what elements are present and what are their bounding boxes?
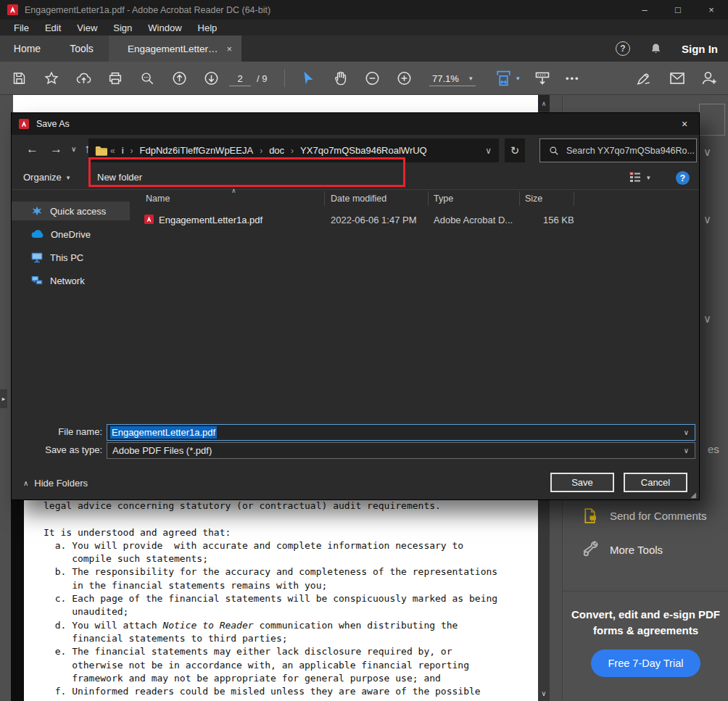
scroll-down-icon[interactable]: ∨ bbox=[538, 687, 550, 700]
panel-search-fragment bbox=[699, 104, 725, 136]
zoom-caret-icon: ▾ bbox=[469, 75, 473, 82]
organize-button[interactable]: Organize ▾ bbox=[23, 172, 70, 183]
maximize-button[interactable]: □ bbox=[661, 0, 695, 20]
document-line: b. The responsibility for the accuracy a… bbox=[44, 565, 538, 578]
document-line: otherwise not be in accordance with, an … bbox=[44, 659, 538, 672]
search-input[interactable] bbox=[566, 146, 696, 156]
dialog-help-icon[interactable]: ? bbox=[676, 171, 690, 185]
sidebar-item-this-pc[interactable]: This PC bbox=[12, 248, 130, 267]
dialog-footer: ∧ Hide Folders Save Cancel ◢ bbox=[12, 457, 699, 501]
view-options-button[interactable]: ▾ bbox=[629, 172, 650, 183]
tab-close-icon[interactable]: × bbox=[227, 43, 233, 54]
menu-window[interactable]: Window bbox=[140, 22, 189, 33]
send-for-comments-item[interactable]: Send for Comments bbox=[581, 507, 706, 525]
help-icon[interactable]: ? bbox=[616, 41, 630, 56]
fit-width-icon[interactable] bbox=[495, 69, 513, 87]
address-dropdown-icon[interactable]: ∨ bbox=[485, 146, 492, 156]
free-trial-button[interactable]: Free 7-Day Trial bbox=[591, 650, 700, 677]
minimize-button[interactable]: – bbox=[628, 0, 661, 20]
star-icon[interactable] bbox=[44, 70, 59, 86]
tab-tools[interactable]: Tools bbox=[54, 36, 109, 62]
cancel-button[interactable]: Cancel bbox=[624, 473, 687, 492]
document-line: e. The financial statements may either l… bbox=[44, 645, 538, 658]
hand-tool-icon[interactable] bbox=[332, 70, 349, 86]
sign-in-button[interactable]: Sign In bbox=[682, 43, 718, 55]
tab-bar: Home Tools EngagementLetter… × ? Sign In bbox=[0, 36, 728, 62]
column-type[interactable]: Type bbox=[434, 194, 453, 204]
column-date-modified[interactable]: Date modified bbox=[331, 194, 386, 204]
panel-chevron-icon[interactable]: ∨ bbox=[703, 312, 711, 325]
file-date: 2022-06-06 1:47 PM bbox=[331, 215, 417, 225]
crumb-segment[interactable]: YX7qo7mQSba946RoalWrUQ bbox=[300, 145, 427, 156]
dialog-navigation-bar: ← → ∨ ↑ « i › FdpNdz6iTleffGznWpEEJA › d… bbox=[12, 135, 699, 167]
select-tool-icon[interactable] bbox=[300, 70, 316, 86]
print-icon[interactable] bbox=[107, 70, 123, 86]
more-tools-item[interactable]: More Tools bbox=[581, 541, 663, 559]
close-button[interactable]: × bbox=[695, 0, 728, 20]
hide-folders-button[interactable]: ∧ Hide Folders bbox=[23, 478, 88, 489]
next-page-icon[interactable] bbox=[203, 70, 220, 86]
add-account-icon[interactable] bbox=[700, 70, 718, 87]
file-row[interactable]: EngagementLetter1a.pdf2022-06-06 1:47 PM… bbox=[130, 212, 700, 229]
fit-width-caret-icon[interactable]: ▾ bbox=[516, 75, 520, 82]
tab-document[interactable]: EngagementLetter… × bbox=[109, 36, 241, 62]
menu-edit[interactable]: Edit bbox=[37, 22, 69, 33]
file-list-header: Name ∧ Date modified Type Size bbox=[130, 190, 700, 207]
panel-chevron-icon[interactable]: ∨ bbox=[703, 146, 711, 159]
save-icon[interactable] bbox=[12, 70, 27, 86]
forward-icon[interactable]: → bbox=[50, 142, 62, 157]
dialog-close-button[interactable]: × bbox=[670, 113, 699, 135]
address-breadcrumb[interactable]: « i › FdpNdz6iTleffGznWpEEJA › doc › YX7… bbox=[88, 138, 499, 162]
crumb-segment[interactable]: doc bbox=[269, 145, 284, 156]
sidebar-item-network[interactable]: Network bbox=[12, 271, 130, 290]
back-icon[interactable]: ← bbox=[26, 142, 38, 157]
sidebar-item-onedrive[interactable]: OneDrive bbox=[12, 225, 130, 244]
presentation-mode-icon[interactable] bbox=[534, 70, 551, 87]
email-icon[interactable] bbox=[669, 70, 686, 87]
zoom-level-dropdown[interactable]: 77.1% ▾ bbox=[429, 71, 476, 86]
scroll-up-icon[interactable]: ∧ bbox=[538, 95, 550, 112]
panel-divider bbox=[563, 591, 728, 592]
folder-icon bbox=[95, 146, 107, 156]
save-type-dropdown-icon[interactable]: ∨ bbox=[684, 447, 689, 455]
navigation-pane-handle[interactable]: ▸ bbox=[0, 389, 7, 408]
dialog-title-bar: Save As × bbox=[12, 113, 699, 135]
new-folder-button[interactable]: New folder bbox=[97, 172, 142, 183]
previous-page-icon[interactable] bbox=[171, 70, 188, 86]
zoom-in-icon[interactable] bbox=[396, 70, 413, 86]
monitor-icon bbox=[31, 252, 43, 263]
file-name-label: File name: bbox=[12, 426, 102, 437]
panel-chevron-icon[interactable]: ∨ bbox=[703, 213, 711, 226]
file-name-dropdown-icon[interactable]: ∨ bbox=[684, 428, 689, 436]
file-name-row: File name: EngagementLetter1a.pdf ∨ bbox=[12, 423, 699, 441]
save-type-dropdown[interactable]: Adobe PDF Files (*.pdf) ∨ bbox=[107, 442, 695, 459]
dialog-pdf-icon bbox=[19, 119, 29, 129]
more-options-icon[interactable]: ••• bbox=[566, 72, 580, 83]
tab-home[interactable]: Home bbox=[0, 36, 54, 62]
search-icon[interactable] bbox=[139, 70, 155, 86]
sign-pen-icon[interactable] bbox=[635, 70, 652, 86]
column-size[interactable]: Size bbox=[525, 194, 542, 204]
menu-sign[interactable]: Sign bbox=[105, 22, 140, 33]
menu-help[interactable]: Help bbox=[190, 22, 226, 33]
document-page: legal advice concerning statutory (or co… bbox=[24, 497, 538, 701]
column-name[interactable]: Name bbox=[146, 194, 170, 204]
crumb-segment[interactable]: FdpNdz6iTleffGznWpEEJA bbox=[140, 145, 254, 156]
cloud-upload-icon[interactable] bbox=[75, 70, 92, 86]
notifications-bell-icon[interactable] bbox=[649, 42, 663, 56]
menu-view[interactable]: View bbox=[69, 22, 105, 33]
page-number-input[interactable] bbox=[229, 71, 251, 86]
crumb-segment[interactable]: i bbox=[122, 145, 124, 156]
crumb-overflow-icon[interactable]: « bbox=[110, 146, 115, 156]
save-type-value: Adobe PDF Files (*.pdf) bbox=[112, 445, 212, 456]
save-button[interactable]: Save bbox=[550, 473, 614, 492]
save-as-dialog: Save As × ← → ∨ ↑ « i › FdpNdz6iTleffGzn… bbox=[11, 112, 700, 500]
search-box[interactable] bbox=[539, 138, 697, 162]
recent-locations-icon[interactable]: ∨ bbox=[71, 145, 76, 153]
resize-grip[interactable]: ◢ bbox=[690, 491, 696, 499]
zoom-out-icon[interactable] bbox=[364, 70, 381, 86]
menu-file[interactable]: File bbox=[6, 22, 37, 33]
file-name-input[interactable]: EngagementLetter1a.pdf ∨ bbox=[107, 424, 695, 441]
refresh-icon[interactable]: ↻ bbox=[505, 138, 525, 162]
sidebar-item-quick-access[interactable]: Quick access bbox=[12, 202, 130, 220]
